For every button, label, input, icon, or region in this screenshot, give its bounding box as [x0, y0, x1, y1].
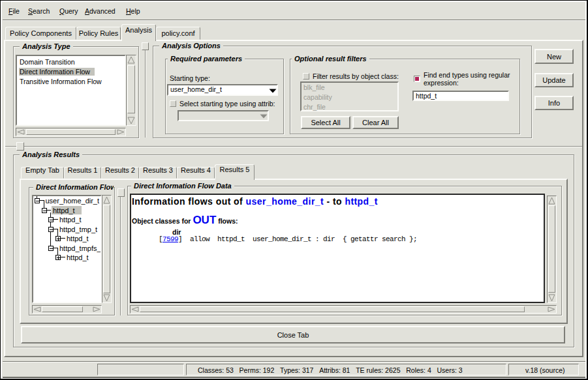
svg-text:user_home_dir_t: user_home_dir_t — [46, 197, 100, 205]
svg-text:httpd_t: httpd_t — [53, 207, 75, 214]
svg-text:httpd_t: httpd_t — [67, 235, 89, 242]
svg-text:httpd_tmpfs_: httpd_tmpfs_ — [59, 244, 101, 252]
svg-text:httpd_t: httpd_t — [59, 216, 82, 224]
svg-text:httpd_tmp_t: httpd_tmp_t — [59, 226, 97, 233]
svg-text:httpd_t: httpd_t — [67, 254, 89, 261]
